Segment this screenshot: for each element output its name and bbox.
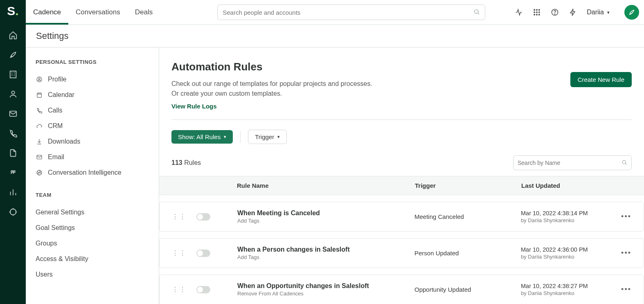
activity-icon[interactable] xyxy=(515,8,523,16)
home-icon[interactable] xyxy=(8,30,18,40)
create-new-rule-button[interactable]: Create New Rule xyxy=(570,72,632,87)
sidebar-item-crm[interactable]: CRM xyxy=(36,118,159,134)
automation-rules-panel: Automation Rules Check out our range of … xyxy=(159,47,644,304)
rule-updated-by: by Dariia Shynkarenko xyxy=(521,254,615,260)
sidebar-item-label: Downloads xyxy=(48,138,80,145)
drag-handle-icon[interactable]: ⋮⋮ xyxy=(172,213,187,221)
sidebar-item-goal-settings[interactable]: Goal Settings xyxy=(36,220,159,236)
filter-trigger[interactable]: Trigger ▾ xyxy=(248,130,287,144)
sidebar-item-groups[interactable]: Groups xyxy=(36,236,159,251)
chevron-down-icon: ▾ xyxy=(224,134,226,140)
search-icon xyxy=(473,9,480,16)
global-search-input[interactable] xyxy=(223,9,473,16)
aperture-icon xyxy=(36,169,43,176)
rule-trigger: Meeting Canceled xyxy=(414,213,521,220)
rocket-icon[interactable] xyxy=(8,50,18,60)
svg-point-7 xyxy=(539,9,540,11)
rule-action: Add Tags xyxy=(237,254,414,260)
svg-point-8 xyxy=(534,12,535,13)
sidebar-item-calendar[interactable]: Calendar xyxy=(36,87,159,103)
phone-icon[interactable] xyxy=(8,128,18,138)
rule-updated-date: Mar 10, 2022 4:38:27 PM xyxy=(521,283,615,289)
panel-heading: Automation Rules xyxy=(171,61,632,73)
filter-separator xyxy=(240,131,241,143)
user-circle-icon xyxy=(36,76,43,83)
rule-updated-by: by Dariia Shynkarenko xyxy=(521,290,615,296)
download-icon xyxy=(36,138,43,145)
person-icon[interactable] xyxy=(8,89,18,99)
rule-trigger: Person Updated xyxy=(414,250,521,257)
sidebar-item-conversation-intelligence[interactable]: Conversation Intelligence xyxy=(36,165,159,180)
rule-toggle[interactable] xyxy=(196,250,210,257)
topnav-deals[interactable]: Deals xyxy=(128,0,160,25)
target-icon[interactable] xyxy=(8,207,18,217)
rule-action: Remove From All Cadences xyxy=(237,290,414,297)
sidebar-item-label: Users xyxy=(36,271,53,278)
col-trigger: Trigger xyxy=(415,182,521,189)
svg-point-5 xyxy=(534,9,535,11)
sidebar-item-calls[interactable]: Calls xyxy=(36,103,159,118)
bar-chart-icon[interactable] xyxy=(8,187,18,197)
topnav: Cadence Conversations Deals xyxy=(26,0,160,25)
global-search[interactable] xyxy=(217,5,485,20)
svg-point-3 xyxy=(10,209,16,215)
svg-point-10 xyxy=(539,12,540,13)
sidebar-item-users[interactable]: Users xyxy=(36,267,159,282)
bolt-icon[interactable] xyxy=(569,8,577,16)
sidebar-item-downloads[interactable]: Downloads xyxy=(36,134,159,149)
building-icon[interactable] xyxy=(8,70,18,79)
sidebar-item-label: Calls xyxy=(48,107,63,114)
sidebar-section-personal: PERSONAL SETTINGS xyxy=(36,59,159,65)
sidebar-item-profile[interactable]: Profile xyxy=(36,72,159,87)
table-header: Rule Name Trigger Last Updated xyxy=(159,176,644,195)
apps-grid-icon[interactable] xyxy=(533,8,541,16)
sidebar-item-general-settings[interactable]: General Settings xyxy=(36,205,159,220)
drag-handle-icon[interactable]: ⋮⋮ xyxy=(172,249,187,257)
quote-icon[interactable] xyxy=(8,168,18,178)
rule-updated-by: by Dariia Shynkarenko xyxy=(521,217,615,223)
svg-point-12 xyxy=(536,14,538,16)
phone-icon xyxy=(36,107,43,114)
row-menu-icon[interactable]: ••• xyxy=(615,285,631,294)
sidebar-item-label: Conversation Intelligence xyxy=(48,169,122,176)
file-icon[interactable] xyxy=(8,148,18,158)
user-menu[interactable]: Dariia ▾ xyxy=(587,9,610,16)
rule-count-number: 113 xyxy=(171,159,182,166)
rule-name[interactable]: When a Person changes in Salesloft xyxy=(237,246,414,253)
rule-toggle[interactable] xyxy=(196,213,210,221)
rule-toggle[interactable] xyxy=(196,286,210,293)
settings-sidebar: PERSONAL SETTINGS Profile Calendar Calls… xyxy=(26,47,159,304)
sidebar-item-email[interactable]: Email xyxy=(36,149,159,165)
rule-name[interactable]: When Meeting is Canceled xyxy=(237,209,414,217)
rule-name[interactable]: When an Opportunity changes in Salesloft xyxy=(237,282,414,290)
rule-updated-date: Mar 10, 2022 4:36:00 PM xyxy=(521,246,615,253)
divider xyxy=(171,119,632,120)
sidebar-item-label: Profile xyxy=(48,76,66,83)
row-menu-icon[interactable]: ••• xyxy=(615,249,631,257)
avatar-launch-icon[interactable] xyxy=(624,5,639,20)
help-icon[interactable] xyxy=(551,8,559,16)
topnav-cadence[interactable]: Cadence xyxy=(26,0,68,25)
row-menu-icon[interactable]: ••• xyxy=(615,212,631,221)
panel-subtitle-line2: Or create your own custom templates. xyxy=(171,90,282,97)
search-icon xyxy=(621,160,627,167)
calendar-icon xyxy=(36,91,43,99)
user-name: Dariia xyxy=(587,9,604,16)
sidebar-item-label: CRM xyxy=(48,122,63,130)
search-rules-input[interactable] xyxy=(518,160,621,166)
drag-handle-icon[interactable]: ⋮⋮ xyxy=(172,286,187,293)
search-rules[interactable] xyxy=(513,155,632,170)
view-rule-logs-link[interactable]: View Rule Logs xyxy=(171,103,217,110)
sidebar-item-label: Goal Settings xyxy=(36,224,75,232)
topnav-conversations[interactable]: Conversations xyxy=(68,0,128,25)
sidebar-item-access-visibility[interactable]: Access & Visibility xyxy=(36,251,159,267)
filter-show-label: Show: All Rules xyxy=(178,133,221,140)
svg-point-4 xyxy=(475,9,478,13)
mail-icon xyxy=(36,153,43,161)
rule-row: ⋮⋮ When Meeting is Canceled Add Tags Mee… xyxy=(159,202,644,232)
sidebar-item-label: Access & Visibility xyxy=(36,255,88,263)
mail-icon[interactable] xyxy=(8,109,18,119)
svg-point-9 xyxy=(536,12,538,13)
filter-show-all-rules[interactable]: Show: All Rules ▾ xyxy=(171,130,233,144)
rule-row: ⋮⋮ When an Opportunity changes in Salesl… xyxy=(159,275,644,304)
